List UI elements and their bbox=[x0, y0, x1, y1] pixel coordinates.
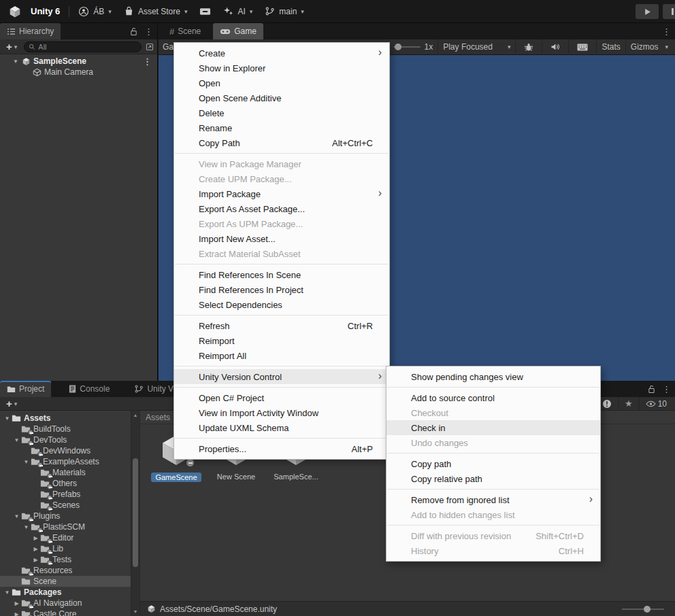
foldout-open-icon: ▼ bbox=[22, 459, 31, 465]
context-menu-item-import-package[interactable]: Import Package› bbox=[174, 186, 389, 201]
context-menu-item-create-upm-package[interactable]: Create UPM Package... bbox=[174, 171, 389, 186]
tree-item-assets[interactable]: ▼Assets bbox=[0, 413, 131, 424]
add-object-button[interactable]: + ▾ bbox=[3, 41, 20, 52]
tree-item-buildtools[interactable]: BuildTools bbox=[0, 424, 131, 434]
star-filter-button[interactable]: ★ bbox=[620, 397, 638, 410]
input-keyboard-button[interactable] bbox=[574, 44, 591, 51]
context-menu-item-copy-path[interactable]: Copy PathAlt+Ctrl+C bbox=[174, 135, 389, 150]
context-menu-item-find-references-in-project[interactable]: Find References In Project bbox=[174, 282, 389, 297]
add-asset-button[interactable]: + ▾ bbox=[3, 398, 20, 409]
context-menu-item-view-in-import-activity-window[interactable]: View in Import Activity Window bbox=[174, 405, 389, 420]
context-menu-item-export-as-asset-package[interactable]: Export As Asset Package... bbox=[174, 201, 389, 216]
vc-submenu-item-check-in[interactable]: Check in bbox=[386, 420, 600, 435]
vc-submenu-item-copy-path[interactable]: Copy path bbox=[386, 456, 600, 471]
vc-submenu-item-diff-with-previous-revision[interactable]: Diff with previous revisionShift+Ctrl+D bbox=[386, 528, 600, 543]
folder-icon bbox=[40, 534, 52, 542]
context-menu-item-open-c-project[interactable]: Open C# Project bbox=[174, 390, 389, 405]
context-menu-item-unity-version-control[interactable]: Unity Version Control› bbox=[174, 369, 389, 384]
vc-submenu-item-add-to-source-control[interactable]: Add to source control bbox=[386, 390, 600, 405]
context-menu-item-import-new-asset[interactable]: Import New Asset... bbox=[174, 231, 389, 246]
vc-submenu-item-undo-changes[interactable]: Undo changes bbox=[386, 435, 600, 450]
panel-menu-icon[interactable]: ⋮ bbox=[144, 27, 153, 36]
gizmos-dropdown[interactable]: Gizmos ▾ bbox=[631, 42, 671, 52]
context-menu-item-reimport-all[interactable]: Reimport All bbox=[174, 348, 389, 363]
ai-dropdown[interactable]: AI ▾ bbox=[217, 0, 259, 23]
tree-item-lib[interactable]: ▶Lib bbox=[0, 543, 131, 554]
foldout-open-icon[interactable]: ▼ bbox=[12, 58, 19, 65]
tree-item-plugins[interactable]: ▼Plugins bbox=[0, 511, 131, 521]
tree-item-scene[interactable]: Scene bbox=[0, 576, 131, 587]
tree-item-tests[interactable]: ▶Tests bbox=[0, 554, 131, 565]
context-menu-item-export-as-upm-package[interactable]: Export As UPM Package... bbox=[174, 216, 389, 231]
context-menu-item-open-scene-additive[interactable]: Open Scene Additive bbox=[174, 90, 389, 105]
context-menu-item-update-uxml-schema[interactable]: Update UXML Schema bbox=[174, 420, 389, 435]
context-menu-item-view-in-package-manager[interactable]: View in Package Manager bbox=[174, 156, 389, 171]
hierarchy-item-main-camera[interactable]: Main Camera bbox=[0, 67, 157, 78]
panel-menu-icon[interactable]: ⋮ bbox=[662, 27, 671, 36]
context-menu-item-rename[interactable]: Rename bbox=[174, 120, 389, 135]
scroll-up-icon[interactable]: ▲ bbox=[131, 413, 139, 417]
mute-audio-button[interactable] bbox=[547, 43, 563, 51]
picker-icon[interactable] bbox=[146, 43, 154, 51]
context-menu-item-select-dependencies[interactable]: Select Dependencies bbox=[174, 297, 389, 312]
context-menu-item-reimport[interactable]: Reimport bbox=[174, 333, 389, 348]
tab-hierarchy[interactable]: Hierarchy bbox=[0, 23, 61, 39]
context-menu-item-create[interactable]: Create› bbox=[174, 46, 389, 61]
scale-slider[interactable] bbox=[393, 46, 421, 48]
scroll-down-icon[interactable]: ▼ bbox=[131, 609, 139, 614]
context-menu-item-extract-material-subasset[interactable]: Extract Material SubAsset bbox=[174, 246, 389, 261]
search-input[interactable] bbox=[38, 43, 137, 51]
tab-game[interactable]: Game bbox=[213, 23, 263, 39]
tree-item-others[interactable]: Others bbox=[0, 478, 131, 489]
vc-submenu-item-show-pending-changes-view[interactable]: Show pending changes view bbox=[386, 369, 600, 384]
tree-item-castle-core[interactable]: ▶Castle Core bbox=[0, 609, 131, 616]
context-menu-item-find-references-in-scene[interactable]: Find References In Scene bbox=[174, 267, 389, 282]
unlock-icon[interactable] bbox=[130, 27, 137, 36]
pause-button[interactable] bbox=[663, 4, 675, 19]
context-menu-item-delete[interactable]: Delete bbox=[174, 105, 389, 120]
tree-item-prefabs[interactable]: Prefabs bbox=[0, 489, 131, 500]
visibility-toggle[interactable]: 10 bbox=[641, 397, 672, 410]
tree-item-editor[interactable]: ▶Editor bbox=[0, 532, 131, 543]
tree-item-devtools[interactable]: ▼DevTools bbox=[0, 434, 131, 445]
vc-submenu-item-checkout[interactable]: Checkout bbox=[386, 405, 600, 420]
tree-item-scenes[interactable]: Scenes bbox=[0, 500, 131, 511]
vc-submenu-item-history[interactable]: HistoryCtrl+H bbox=[386, 543, 600, 558]
asset-store-dropdown[interactable]: Asset Store ▾ bbox=[118, 0, 194, 23]
stats-button[interactable]: Stats bbox=[602, 42, 620, 52]
tree-item-packages[interactable]: ▼Packages bbox=[0, 587, 131, 598]
branch-dropdown[interactable]: main ▾ bbox=[259, 0, 310, 23]
play-focused-dropdown[interactable]: Play Focused ▾ bbox=[443, 42, 510, 52]
tree-item-resources[interactable]: Resources bbox=[0, 565, 131, 576]
tree-item-plasticscm[interactable]: ▼PlasticSCM bbox=[0, 521, 131, 532]
context-menu-item-show-in-explorer[interactable]: Show in Explorer bbox=[174, 61, 389, 75]
tab-project[interactable]: Project bbox=[0, 381, 51, 397]
unlock-icon[interactable] bbox=[648, 385, 655, 394]
tab-console[interactable]: Console bbox=[62, 381, 116, 397]
menu-item-label: Import Package bbox=[199, 189, 261, 199]
tree-item-materials[interactable]: Materials bbox=[0, 467, 131, 478]
debug-bug-button[interactable] bbox=[521, 43, 537, 52]
tree-scrollbar[interactable]: ▲ ▼ bbox=[131, 411, 139, 616]
account-dropdown[interactable]: ÁB ▾ bbox=[72, 0, 118, 23]
hierarchy-item-samplescene[interactable]: ▼ SampleScene ⋮ bbox=[0, 56, 157, 67]
scrollbar-thumb[interactable] bbox=[133, 458, 138, 567]
tree-item-devwindows[interactable]: DevWindows bbox=[0, 445, 131, 456]
tree-item-exampleassets[interactable]: ▼ExampleAssets bbox=[0, 456, 131, 467]
tab-scene[interactable]: # Scene bbox=[163, 23, 208, 39]
package-manager-button[interactable] bbox=[193, 0, 217, 23]
scene-menu-icon[interactable]: ⋮ bbox=[143, 57, 157, 66]
tree-item-label: Prefabs bbox=[52, 490, 80, 499]
play-button[interactable] bbox=[636, 4, 659, 19]
panel-menu-icon[interactable]: ⋮ bbox=[662, 385, 671, 394]
hierarchy-search[interactable] bbox=[24, 41, 142, 52]
context-menu-item-refresh[interactable]: RefreshCtrl+R bbox=[174, 318, 389, 333]
tree-item-ai-navigation[interactable]: ▶AI Navigation bbox=[0, 598, 131, 609]
vc-submenu-item-remove-from-ignored-list[interactable]: Remove from ignored list› bbox=[386, 492, 600, 507]
context-menu-item-properties[interactable]: Properties...Alt+P bbox=[174, 441, 389, 456]
vc-submenu-item-copy-relative-path[interactable]: Copy relative path bbox=[386, 471, 600, 486]
context-menu-item-open[interactable]: Open bbox=[174, 75, 389, 90]
zoom-slider[interactable] bbox=[622, 609, 664, 610]
vc-submenu-item-add-to-hidden-changes-list[interactable]: Add to hidden changes list bbox=[386, 507, 600, 522]
ignored-badge-icon bbox=[47, 506, 52, 511]
